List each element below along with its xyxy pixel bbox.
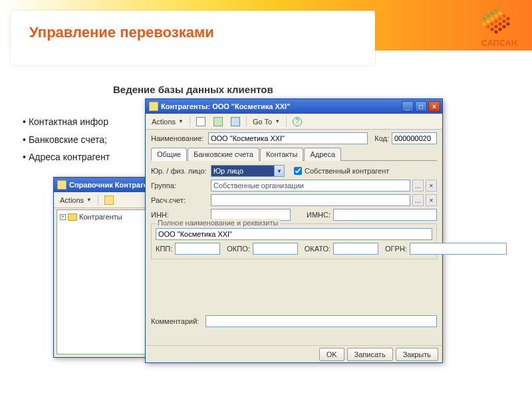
okato-label: ОКАТО:: [305, 245, 331, 253]
svg-point-3: [486, 14, 489, 17]
toolbar-refresh-icon[interactable]: [227, 116, 243, 128]
separator: [190, 116, 190, 127]
svg-point-19: [502, 25, 505, 28]
account-input[interactable]: [211, 194, 410, 206]
minimize-button[interactable]: _: [402, 101, 414, 112]
svg-point-20: [490, 27, 493, 31]
okato-input[interactable]: [333, 243, 378, 255]
okpo-label: ОКПО:: [227, 245, 249, 253]
separator: [98, 195, 98, 205]
toolbar-actions-label: Actions: [60, 196, 84, 204]
svg-point-16: [506, 22, 509, 25]
toolbar-btn[interactable]: [101, 194, 117, 206]
group-pick-button[interactable]: …: [412, 180, 424, 192]
slide-title: Управление перевозками: [29, 24, 214, 41]
page-icon: [196, 117, 205, 126]
fullname-groupbox: Полное наименование и реквизиты КПП: ОКП…: [151, 223, 437, 259]
entity-value[interactable]: [211, 165, 275, 177]
group-clear-button[interactable]: ×: [426, 180, 437, 192]
ok-button[interactable]: OK: [319, 348, 344, 361]
toolbar: Actions ▼ Go To ▼ ?: [146, 114, 442, 130]
svg-point-9: [506, 17, 509, 20]
svg-point-14: [490, 22, 493, 25]
window-icon: [149, 102, 158, 111]
tab-general[interactable]: Общие: [151, 148, 187, 161]
svg-point-22: [494, 30, 497, 33]
toolbar-actions[interactable]: Actions ▼: [57, 194, 95, 206]
entity-label: Юр. / физ. лицо:: [151, 167, 208, 175]
kpp-label: КПП:: [156, 245, 172, 253]
fullname-input[interactable]: [156, 228, 432, 240]
tabstrip: Общие Банковские счета Контакты Адреса: [151, 147, 437, 161]
tree-root-label: Контрагенты: [79, 213, 122, 221]
tab-addresses[interactable]: Адреса: [304, 148, 341, 161]
toolbar-help-icon[interactable]: ?: [289, 116, 305, 128]
name-input[interactable]: [208, 132, 368, 144]
toolbar-new-icon[interactable]: [193, 116, 209, 128]
svg-point-0: [494, 9, 497, 12]
group-label: Группа:: [151, 182, 208, 190]
ogrn-input[interactable]: [410, 243, 507, 255]
account-pick-button[interactable]: …: [412, 194, 424, 206]
account-label: Расч.счет:: [151, 196, 208, 204]
code-input[interactable]: [392, 132, 437, 144]
copy-icon: [213, 117, 223, 126]
own-contragent-checkbox[interactable]: [294, 167, 302, 175]
toolbar-actions-label: Actions: [152, 118, 176, 126]
save-button[interactable]: Записать: [347, 348, 393, 361]
close-button[interactable]: ×: [428, 101, 440, 112]
svg-point-11: [494, 19, 497, 23]
button-bar: OK Записать Закрыть: [146, 345, 442, 362]
sapsan-logo-icon: [480, 7, 512, 39]
tab-contacts[interactable]: Контакты: [260, 148, 304, 161]
okpo-input[interactable]: [253, 243, 298, 255]
svg-point-4: [494, 14, 497, 17]
toolbar-goto-label: Go To: [253, 118, 272, 126]
svg-point-6: [482, 17, 485, 20]
separator: [286, 116, 287, 127]
brand-text: САПСАН: [481, 39, 517, 48]
account-clear-button[interactable]: ×: [426, 194, 437, 206]
bullet-item: Контактная инфор: [23, 113, 110, 131]
kpp-input[interactable]: [175, 243, 220, 255]
expand-icon[interactable]: +: [60, 214, 66, 220]
window-contragent-card: Контрагенты: ООО "Косметика XXI" _ □ × A…: [145, 98, 443, 363]
ogrn-label: ОГРН:: [385, 245, 407, 253]
toolbar-actions[interactable]: Actions ▼: [148, 116, 187, 128]
titlebar[interactable]: Контрагенты: ООО "Косметика XXI" _ □ ×: [146, 99, 442, 114]
svg-point-12: [502, 19, 505, 23]
close-button[interactable]: Закрыть: [396, 348, 438, 361]
svg-point-15: [498, 22, 501, 25]
imns-label: ИМНС:: [307, 211, 331, 219]
chevron-down-icon[interactable]: ▼: [275, 165, 285, 177]
comment-input[interactable]: [205, 315, 437, 327]
svg-point-18: [494, 25, 497, 28]
group-input[interactable]: [211, 180, 410, 192]
maximize-button[interactable]: □: [415, 101, 427, 112]
fullname-group-title: Полное наименование и реквизиты: [156, 219, 280, 227]
imns-input[interactable]: [333, 209, 437, 221]
card-body: Наименование: Код: Общие Банковские счет…: [146, 130, 442, 344]
toolbar-goto[interactable]: Go To ▼: [249, 116, 283, 128]
chevron-down-icon: ▼: [275, 118, 280, 124]
svg-point-8: [498, 17, 501, 20]
toolbar-copy-icon[interactable]: [210, 116, 226, 128]
window-title: Справочник Контрагент: [69, 181, 156, 189]
svg-point-2: [498, 11, 501, 15]
folder-icon: [68, 213, 77, 221]
toolbar-icon: [104, 196, 114, 205]
svg-point-17: [486, 25, 489, 28]
tab-bank-accounts[interactable]: Банковские счета: [188, 148, 259, 161]
svg-point-21: [498, 27, 501, 31]
chevron-down-icon: ▼: [178, 118, 184, 124]
svg-point-7: [490, 17, 493, 20]
help-icon: ?: [293, 117, 302, 126]
own-contragent-label: Собственный контрагент: [305, 167, 389, 175]
comment-label: Комментарий:: [151, 317, 203, 325]
chevron-down-icon: ▼: [86, 197, 92, 203]
entity-select[interactable]: ▼: [211, 165, 285, 177]
separator: [246, 116, 247, 127]
inn-label: ИНН:: [151, 211, 208, 219]
svg-point-5: [502, 14, 505, 17]
bullet-item: Адреса контрагент: [23, 148, 110, 166]
